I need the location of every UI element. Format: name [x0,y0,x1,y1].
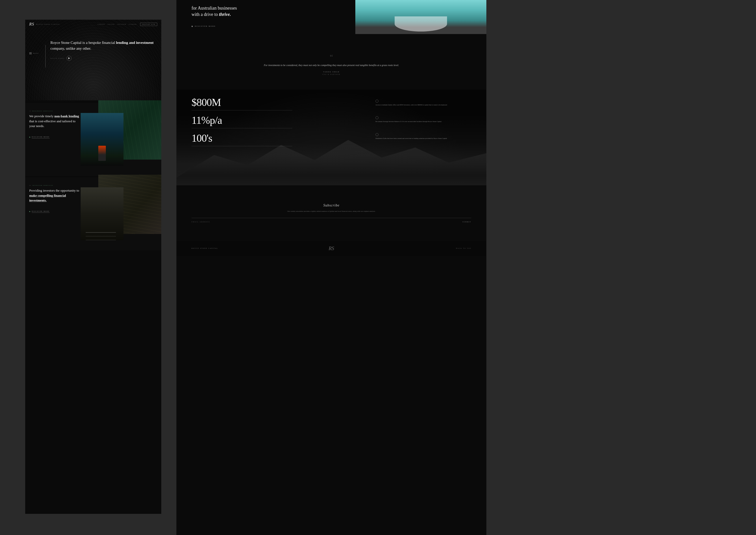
right-top-heading-bold: thrive. [219,12,231,17]
right-top-heading-line1: for Australian businesses [192,6,237,11]
section2-heading-bold: make compelling financial investments. [29,194,66,203]
section2-tag: 2/3 INVESTOR SERVICES [29,185,82,186]
footer: ROYCE STONE CAPITAL RS BACK TO TOP [176,241,486,256]
section2-discover-text: DISCOVER MORE [32,211,50,213]
discover-dot-icon-2 [29,211,30,212]
stat-item-1: $800M [192,97,292,110]
hero-section: RS ROYCE STONE CAPITAL LINKEDIN YOUTUBE … [25,20,161,100]
nav-logo: RS [29,22,34,26]
section1-discover-text: DISCOVER MORE [32,136,50,138]
section1-label: BUSINESS SERVICES [32,110,53,112]
subscribe-title: Subscribe [323,204,339,208]
discover-more-dot-icon [192,26,193,27]
section2-fg-image [81,187,123,240]
nav-brand: ROYCE STONE CAPITAL [36,24,60,25]
nav-links: LINKEDIN YOUTUBE INSTAGRAM FACEBOOK [97,24,137,25]
stat-desc-3: Hundreds of jobs that have been created … [375,133,471,140]
hero-title: Royce Stone Capital is a bespoke financi… [50,40,154,51]
quote-mark: “ [330,53,333,61]
hero-content: Royce Stone Capital is a bespoke financi… [50,40,154,61]
section1-num: 1/3 [29,110,31,112]
play-icon [68,57,70,59]
section2-label: INVESTOR SERVICES [32,185,53,186]
section1-tag: 1/3 BUSINESS SERVICES [29,110,82,112]
footer-brand-name: ROYCE STONE CAPITAL [192,248,329,249]
subscribe-form: EMAIL ADDRESS SUBMIT [192,218,471,223]
play-button[interactable] [67,56,71,61]
stats-content: $800M 11%p/a 100's [192,97,292,151]
submit-button[interactable]: SUBMIT [462,221,471,223]
subscribe-desc: Our weekly newsletter provides a tightly… [287,210,375,213]
watch-video-label: WATCH VIDEO [50,58,65,59]
section2-heading: Providing investors the opportunity to m… [29,188,82,203]
left-panel: RS ROYCE STONE CAPITAL LINKEDIN YOUTUBE … [25,20,161,514]
right-top-text: for Australian businesses with a drive t… [192,5,350,18]
stat-divider-1 [192,110,292,110]
investor-services-section: 2/3 INVESTOR SERVICES Providing investor… [25,177,161,250]
menu-button[interactable]: MENU [29,52,39,54]
stats-section: $800M 11%p/a 100's Access to multiple fa… [176,90,486,185]
watch-video-button[interactable]: WATCH VIDEO [50,56,154,61]
section2-heading-normal: Providing investors the opportunity to [29,188,79,192]
section2-text: 2/3 INVESTOR SERVICES Providing investor… [29,185,82,213]
nav-link-linkedin[interactable]: LINKEDIN [97,24,105,25]
enquire-now-button[interactable]: ENQUIRE NOW [140,23,157,26]
section1-heading-end: that is cost-effective and tailored to y… [29,119,76,128]
email-address-label[interactable]: EMAIL ADDRESS [192,221,462,223]
nav-link-facebook[interactable]: FACEBOOK [128,24,137,25]
quote-section: “ For investments to be considered, they… [176,39,486,90]
menu-label: MENU [33,53,39,54]
stat-desc-icon-3 [375,133,379,136]
quote-author: TAREK OMAR [323,71,340,73]
section1-fg-image [81,113,123,166]
discover-more-text: DISCOVER MORE [195,25,216,27]
stat-number-1: $800M [192,97,292,108]
nav-link-instagram[interactable]: INSTAGRAM [117,24,126,25]
quote-text: For investments to be considered, they m… [264,63,399,67]
stat-divider-3 [192,146,292,146]
stat-divider-2 [192,128,292,128]
stat-number-3: 100's [192,133,292,143]
bridge-image [355,0,486,34]
discover-more-link[interactable]: DISCOVER MORE [192,25,216,27]
section2-images [81,175,161,245]
hero-title-bold: lending and investment [116,41,153,44]
right-hero-image [355,0,486,34]
stat-desc-text-3: Hundreds of jobs that have been created … [375,137,471,140]
stat-desc-1: Access to multiple family office and HNW… [375,99,471,106]
section2-num: 2/3 [29,185,31,186]
right-top-heading-line2: with a drive to [192,12,219,17]
hero-title-normal: Royce Stone Capital is a bespoke financi… [50,41,116,44]
business-services-section: 1/3 BUSINESS SERVICES We provide timely … [25,103,161,176]
section1-discover-link[interactable]: DISCOVER MORE [29,136,82,138]
stat-desc-icon-2 [375,116,379,119]
right-top-heading: for Australian businesses with a drive t… [192,5,350,18]
hero-title-end: company, unlike any other. [50,46,91,50]
stat-number-2: 11%p/a [192,115,292,126]
back-to-top-link[interactable]: BACK TO TOP [334,248,471,249]
nav-link-youtube[interactable]: YOUTUBE [108,24,115,25]
quote-title: CEO & PARTNER [322,73,340,75]
section1-text: 1/3 BUSINESS SERVICES We provide timely … [29,110,82,138]
navbar: RS ROYCE STONE CAPITAL LINKEDIN YOUTUBE … [25,20,161,29]
stat-desc-text-1: Access to multiple family office and HNW… [375,104,471,106]
section1-heading-normal: We provide timely [29,114,54,118]
stat-desc-icon-1 [375,99,379,102]
hamburger-icon [29,52,32,54]
subscribe-section: Subscribe Our weekly newsletter provides… [176,185,486,241]
stat-item-2: 11%p/a [192,115,292,128]
section1-heading: We provide timely non-bank lending that … [29,114,82,128]
section1-images [81,100,161,171]
section1-heading-bold: non-bank lending [54,114,79,118]
stat-item-3: 100's [192,133,292,146]
section2-discover-link[interactable]: DISCOVER MORE [29,211,82,213]
stat-desc-2: Per annum Average Investor Return of 11%… [375,116,471,123]
footer-logo: RS [329,245,334,251]
right-panel: for Australian businesses with a drive t… [176,0,486,535]
discover-dot-icon [29,137,30,138]
stats-descriptions: Access to multiple family office and HNW… [375,99,471,150]
vertical-line-decoration [45,45,46,68]
stat-desc-text-2: Per annum Average Investor Return of 11%… [375,120,471,123]
